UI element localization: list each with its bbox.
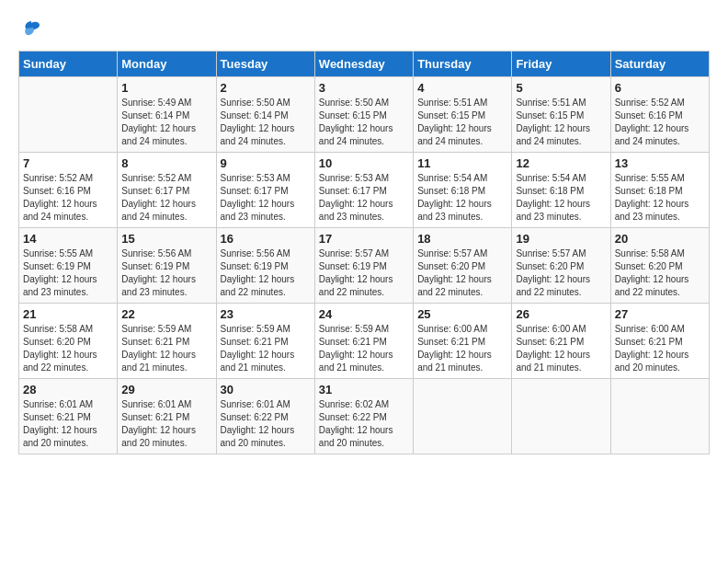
day-number: 2: [221, 81, 311, 95]
day-info: Sunrise: 5:58 AM Sunset: 6:20 PM Dayligh…: [23, 323, 113, 374]
page-header: [18, 18, 710, 41]
day-info: Sunrise: 5:56 AM Sunset: 6:19 PM Dayligh…: [221, 247, 311, 299]
calendar-cell: 23Sunrise: 5:59 AM Sunset: 6:21 PM Dayli…: [216, 303, 314, 378]
calendar-cell: 26Sunrise: 6:00 AM Sunset: 6:21 PM Dayli…: [512, 303, 610, 378]
calendar-cell: 2Sunrise: 5:50 AM Sunset: 6:14 PM Daylig…: [216, 76, 314, 152]
day-number: 9: [221, 156, 311, 170]
logo-text: [18, 18, 42, 45]
day-info: Sunrise: 5:55 AM Sunset: 6:19 PM Dayligh…: [23, 247, 113, 299]
calendar-cell: 22Sunrise: 5:59 AM Sunset: 6:21 PM Dayli…: [118, 303, 216, 378]
calendar-cell: 14Sunrise: 5:55 AM Sunset: 6:19 PM Dayli…: [19, 227, 118, 303]
calendar-cell: 28Sunrise: 6:01 AM Sunset: 6:21 PM Dayli…: [19, 378, 118, 454]
day-info: Sunrise: 6:01 AM Sunset: 6:21 PM Dayligh…: [23, 398, 113, 450]
day-info: Sunrise: 5:57 AM Sunset: 6:20 PM Dayligh…: [516, 247, 606, 299]
day-info: Sunrise: 6:01 AM Sunset: 6:21 PM Dayligh…: [121, 398, 211, 450]
calendar-cell: 25Sunrise: 6:00 AM Sunset: 6:21 PM Dayli…: [414, 303, 512, 378]
day-number: 7: [23, 156, 113, 170]
day-info: Sunrise: 6:02 AM Sunset: 6:22 PM Dayligh…: [319, 398, 409, 450]
calendar-cell: 20Sunrise: 5:58 AM Sunset: 6:20 PM Dayli…: [610, 227, 709, 303]
day-info: Sunrise: 5:56 AM Sunset: 6:19 PM Dayligh…: [121, 247, 211, 299]
day-number: 23: [221, 307, 311, 321]
calendar-cell: 13Sunrise: 5:55 AM Sunset: 6:18 PM Dayli…: [610, 152, 709, 227]
day-info: Sunrise: 5:53 AM Sunset: 6:17 PM Dayligh…: [221, 172, 311, 224]
day-info: Sunrise: 5:57 AM Sunset: 6:20 PM Dayligh…: [417, 247, 507, 299]
weekday-header: Saturday: [610, 51, 709, 76]
calendar-cell: 31Sunrise: 6:02 AM Sunset: 6:22 PM Dayli…: [314, 378, 413, 454]
day-info: Sunrise: 5:59 AM Sunset: 6:21 PM Dayligh…: [319, 323, 409, 374]
day-number: 31: [319, 383, 409, 396]
day-info: Sunrise: 5:55 AM Sunset: 6:18 PM Dayligh…: [615, 172, 705, 224]
day-info: Sunrise: 6:01 AM Sunset: 6:22 PM Dayligh…: [221, 398, 311, 450]
calendar-cell: 27Sunrise: 6:00 AM Sunset: 6:21 PM Dayli…: [610, 303, 709, 378]
day-number: 24: [319, 307, 409, 321]
calendar-body: 1Sunrise: 5:49 AM Sunset: 6:14 PM Daylig…: [19, 76, 710, 454]
day-info: Sunrise: 5:50 AM Sunset: 6:14 PM Dayligh…: [221, 97, 311, 148]
calendar-cell: 24Sunrise: 5:59 AM Sunset: 6:21 PM Dayli…: [314, 303, 413, 378]
day-info: Sunrise: 5:52 AM Sunset: 6:16 PM Dayligh…: [23, 172, 113, 224]
day-number: 15: [121, 232, 211, 246]
day-number: 6: [615, 81, 705, 95]
day-number: 20: [615, 232, 705, 246]
calendar-cell: 17Sunrise: 5:57 AM Sunset: 6:19 PM Dayli…: [314, 227, 413, 303]
calendar-cell: [610, 378, 709, 454]
calendar-header-row: SundayMondayTuesdayWednesdayThursdayFrid…: [19, 51, 710, 76]
logo: [18, 18, 42, 41]
calendar-cell: [19, 76, 118, 152]
calendar-cell: 18Sunrise: 5:57 AM Sunset: 6:20 PM Dayli…: [414, 227, 512, 303]
day-number: 12: [516, 156, 606, 170]
calendar-cell: 9Sunrise: 5:53 AM Sunset: 6:17 PM Daylig…: [216, 152, 314, 227]
calendar-cell: 7Sunrise: 5:52 AM Sunset: 6:16 PM Daylig…: [19, 152, 118, 227]
day-number: 1: [121, 81, 211, 95]
day-number: 25: [417, 307, 507, 321]
day-number: 18: [417, 232, 507, 246]
day-info: Sunrise: 5:54 AM Sunset: 6:18 PM Dayligh…: [417, 172, 507, 224]
day-info: Sunrise: 5:52 AM Sunset: 6:17 PM Dayligh…: [121, 172, 211, 224]
day-number: 4: [417, 81, 507, 95]
calendar-cell: 30Sunrise: 6:01 AM Sunset: 6:22 PM Dayli…: [216, 378, 314, 454]
calendar-cell: 29Sunrise: 6:01 AM Sunset: 6:21 PM Dayli…: [118, 378, 216, 454]
calendar-cell: [414, 378, 512, 454]
calendar-week-row: 14Sunrise: 5:55 AM Sunset: 6:19 PM Dayli…: [19, 227, 710, 303]
day-info: Sunrise: 5:54 AM Sunset: 6:18 PM Dayligh…: [516, 172, 606, 224]
day-number: 30: [221, 383, 311, 396]
day-info: Sunrise: 5:58 AM Sunset: 6:20 PM Dayligh…: [615, 247, 705, 299]
day-info: Sunrise: 5:59 AM Sunset: 6:21 PM Dayligh…: [221, 323, 311, 374]
calendar-cell: 16Sunrise: 5:56 AM Sunset: 6:19 PM Dayli…: [216, 227, 314, 303]
weekday-header: Wednesday: [314, 51, 413, 76]
day-number: 14: [23, 232, 113, 246]
weekday-header: Thursday: [414, 51, 512, 76]
calendar-cell: 8Sunrise: 5:52 AM Sunset: 6:17 PM Daylig…: [118, 152, 216, 227]
day-info: Sunrise: 5:49 AM Sunset: 6:14 PM Dayligh…: [121, 97, 211, 148]
day-number: 16: [221, 232, 311, 246]
calendar-cell: 4Sunrise: 5:51 AM Sunset: 6:15 PM Daylig…: [414, 76, 512, 152]
day-number: 13: [615, 156, 705, 170]
calendar-cell: [512, 378, 610, 454]
calendar-cell: 21Sunrise: 5:58 AM Sunset: 6:20 PM Dayli…: [19, 303, 118, 378]
calendar-cell: 3Sunrise: 5:50 AM Sunset: 6:15 PM Daylig…: [314, 76, 413, 152]
day-info: Sunrise: 5:59 AM Sunset: 6:21 PM Dayligh…: [121, 323, 211, 374]
day-info: Sunrise: 6:00 AM Sunset: 6:21 PM Dayligh…: [615, 323, 705, 374]
day-info: Sunrise: 5:51 AM Sunset: 6:15 PM Dayligh…: [516, 97, 606, 148]
weekday-header: Monday: [118, 51, 216, 76]
weekday-header: Friday: [512, 51, 610, 76]
day-info: Sunrise: 5:57 AM Sunset: 6:19 PM Dayligh…: [319, 247, 409, 299]
day-number: 3: [319, 81, 409, 95]
calendar-week-row: 21Sunrise: 5:58 AM Sunset: 6:20 PM Dayli…: [19, 303, 710, 378]
day-info: Sunrise: 5:52 AM Sunset: 6:16 PM Dayligh…: [615, 97, 705, 148]
calendar-cell: 1Sunrise: 5:49 AM Sunset: 6:14 PM Daylig…: [118, 76, 216, 152]
calendar-cell: 12Sunrise: 5:54 AM Sunset: 6:18 PM Dayli…: [512, 152, 610, 227]
day-number: 21: [23, 307, 113, 321]
weekday-header: Sunday: [19, 51, 118, 76]
calendar-cell: 15Sunrise: 5:56 AM Sunset: 6:19 PM Dayli…: [118, 227, 216, 303]
calendar-table: SundayMondayTuesdayWednesdayThursdayFrid…: [18, 51, 710, 454]
day-number: 11: [417, 156, 507, 170]
day-number: 5: [516, 81, 606, 95]
calendar-cell: 19Sunrise: 5:57 AM Sunset: 6:20 PM Dayli…: [512, 227, 610, 303]
day-info: Sunrise: 5:51 AM Sunset: 6:15 PM Dayligh…: [417, 97, 507, 148]
logo-bird-icon: [20, 18, 42, 40]
day-number: 22: [121, 307, 211, 321]
day-number: 29: [121, 383, 211, 396]
calendar-week-row: 28Sunrise: 6:01 AM Sunset: 6:21 PM Dayli…: [19, 378, 710, 454]
calendar-cell: 10Sunrise: 5:53 AM Sunset: 6:17 PM Dayli…: [314, 152, 413, 227]
day-number: 28: [23, 383, 113, 396]
